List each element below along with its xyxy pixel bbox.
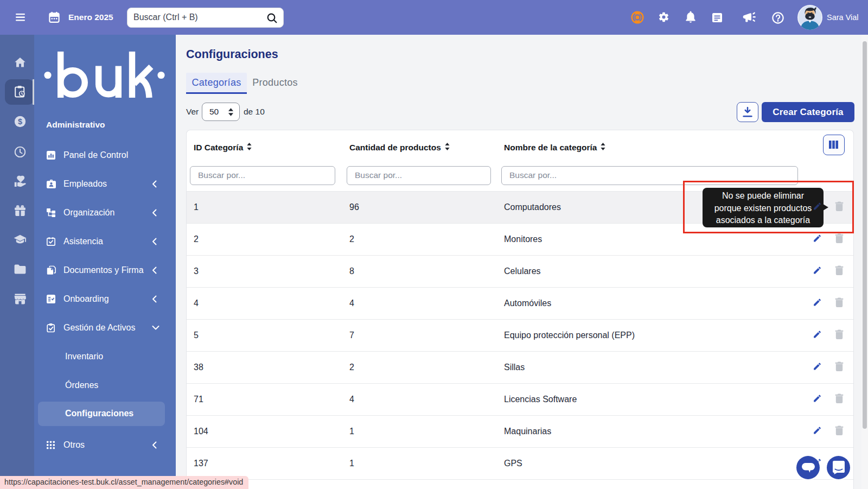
svg-text:$: $	[18, 117, 22, 126]
